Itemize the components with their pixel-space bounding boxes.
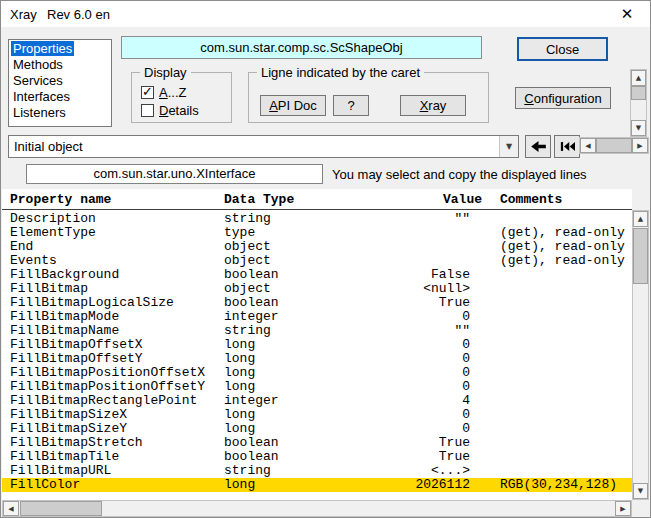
- cell-comments: RGB(30,234,128): [500, 478, 617, 492]
- table-row[interactable]: FillBitmapOffsetX long 0: [2, 338, 632, 352]
- api-doc-accel: A: [269, 98, 278, 113]
- cell-data-type: long: [224, 352, 255, 366]
- table-row[interactable]: ElementType type (get), read-only: [2, 226, 632, 240]
- list-scroll-down-icon[interactable]: ▼: [633, 483, 648, 499]
- scroll-down-icon[interactable]: ▼: [631, 120, 646, 136]
- list-scroll-up-icon[interactable]: ▲: [633, 211, 648, 227]
- skip-to-start-icon: [560, 141, 575, 152]
- cell-property-name: FillBitmapSizeY: [10, 422, 127, 436]
- window-close-icon[interactable]: ✕: [613, 3, 641, 25]
- table-row[interactable]: FillBitmapName string "": [2, 324, 632, 338]
- table-row[interactable]: FillBitmapStretch boolean True: [2, 436, 632, 450]
- help-button[interactable]: ?: [333, 95, 369, 116]
- cell-property-name: FillBitmapURL: [10, 464, 111, 478]
- cell-data-type: object: [224, 240, 271, 254]
- details-checkbox[interactable]: Details: [141, 103, 199, 118]
- table-row[interactable]: FillBitmapURL string <...>: [2, 464, 632, 478]
- az-checkbox-accel: A: [159, 85, 168, 100]
- cell-data-type: object: [224, 282, 271, 296]
- cell-value: 0: [332, 338, 470, 352]
- table-row[interactable]: FillBitmapSizeX long 0: [2, 408, 632, 422]
- cell-value: False: [332, 268, 470, 282]
- cell-comments: (get), read-only: [500, 240, 625, 254]
- table-row[interactable]: FillBitmapLogicalSize boolean True: [2, 296, 632, 310]
- category-listbox[interactable]: PropertiesMethodsServicesInterfacesListe…: [8, 39, 112, 127]
- chevron-down-icon[interactable]: ▼: [499, 136, 518, 157]
- table-row[interactable]: FillBitmapPositionOffsetY long 0: [2, 380, 632, 394]
- cell-property-name: Description: [10, 212, 96, 226]
- scroll-right-icon[interactable]: ▶: [632, 138, 648, 153]
- list-hscrollbar-thumb[interactable]: [20, 501, 102, 516]
- xray-dialog: Xray Rev 6.0 en ✕ PropertiesMethodsServi…: [0, 0, 651, 518]
- display-group: Display A...Z Details: [131, 72, 232, 123]
- cell-property-name: FillBitmapPositionOffsetY: [10, 380, 205, 394]
- cell-data-type: string: [224, 324, 271, 338]
- table-row[interactable]: FillBackground boolean False: [2, 268, 632, 282]
- list-vscrollbar-thumb[interactable]: [633, 228, 648, 284]
- configuration-button[interactable]: Configuration: [515, 87, 611, 109]
- cell-property-name: FillBitmapOffsetX: [10, 338, 143, 352]
- cell-property-name: ElementType: [10, 226, 96, 240]
- table-row[interactable]: FillColor long 2026112 RGB(30,234,128): [2, 478, 632, 492]
- cell-data-type: long: [224, 422, 255, 436]
- list-scroll-right-icon[interactable]: ▶: [615, 501, 631, 516]
- header-data-type: Data Type: [224, 192, 294, 207]
- listbox-item-interfaces[interactable]: Interfaces: [9, 89, 111, 105]
- az-checkbox[interactable]: A...Z: [141, 85, 186, 100]
- listbox-item-services[interactable]: Services: [9, 73, 111, 89]
- listbox-item-listeners[interactable]: Listeners: [9, 105, 111, 121]
- header-value: Value: [382, 192, 482, 207]
- table-header: Property name Data Type Value Comments: [2, 189, 632, 210]
- api-doc-button[interactable]: API Doc: [260, 95, 326, 116]
- cell-value: 4: [332, 394, 470, 408]
- cell-data-type: integer: [224, 394, 279, 408]
- table-row[interactable]: FillBitmap object <null>: [2, 282, 632, 296]
- cell-data-type: string: [224, 212, 271, 226]
- cell-data-type: object: [224, 254, 271, 268]
- cell-data-type: integer: [224, 310, 279, 324]
- table-row[interactable]: Events object (get), read-only: [2, 254, 632, 268]
- header-property-name: Property name: [10, 192, 111, 207]
- xray-accel: X: [420, 98, 429, 113]
- initial-object-combobox[interactable]: Initial object ▼: [8, 135, 519, 158]
- table-row[interactable]: Description string "": [2, 212, 632, 226]
- table-row[interactable]: End object (get), read-only: [2, 240, 632, 254]
- back-button[interactable]: [525, 135, 551, 158]
- cell-data-type: boolean: [224, 296, 279, 310]
- xray-button[interactable]: Xray: [400, 95, 466, 116]
- top-horizontal-scrollbar[interactable]: ◀ ▶: [579, 137, 649, 154]
- table-row[interactable]: FillBitmapPositionOffsetX long 0: [2, 366, 632, 380]
- cell-value: "": [332, 324, 470, 338]
- caret-group: Ligne indicated by the caret API Doc ? X…: [248, 72, 489, 123]
- close-button[interactable]: Close: [517, 37, 608, 61]
- table-row[interactable]: FillBitmapTile boolean True: [2, 450, 632, 464]
- cell-value: <...>: [332, 464, 470, 478]
- table-row[interactable]: FillBitmapOffsetY long 0: [2, 352, 632, 366]
- go-first-button[interactable]: [554, 135, 580, 158]
- object-name-field[interactable]: com.sun.star.comp.sc.ScShapeObj: [121, 36, 482, 59]
- interface-path-field[interactable]: com.sun.star.uno.XInterface: [26, 164, 323, 184]
- listbox-item-label: Methods: [11, 57, 65, 72]
- table-row[interactable]: FillBitmapRectanglePoint integer 4: [2, 394, 632, 408]
- listbox-item-methods[interactable]: Methods: [9, 57, 111, 73]
- table-row[interactable]: FillBitmapSizeY long 0: [2, 422, 632, 436]
- list-vertical-scrollbar[interactable]: ▲ ▼: [632, 210, 649, 500]
- api-doc-rest: PI Doc: [278, 98, 317, 113]
- cell-data-type: type: [224, 226, 255, 240]
- property-table: Property name Data Type Value Comments D…: [2, 189, 632, 500]
- api-doc-button-label: API Doc: [269, 98, 317, 113]
- cell-property-name: FillBitmapMode: [10, 310, 119, 324]
- scroll-left-icon[interactable]: ◀: [580, 138, 596, 153]
- cell-property-name: FillBitmapStretch: [10, 436, 143, 450]
- list-horizontal-scrollbar[interactable]: ◀ ▶: [2, 500, 632, 517]
- table-row[interactable]: FillBitmapMode integer 0: [2, 310, 632, 324]
- listbox-item-properties[interactable]: Properties: [9, 41, 111, 57]
- cell-property-name: FillBitmapPositionOffsetX: [10, 366, 205, 380]
- list-scroll-left-icon[interactable]: ◀: [3, 501, 19, 516]
- top-hscrollbar-thumb[interactable]: [596, 138, 632, 153]
- window-title: Xray: [10, 7, 37, 22]
- scroll-up-icon[interactable]: ▲: [631, 70, 646, 86]
- top-scrollbar-thumb[interactable]: [631, 86, 646, 100]
- top-vertical-scrollbar[interactable]: ▲ ▼: [630, 69, 647, 137]
- caret-group-title: Ligne indicated by the caret: [257, 65, 424, 80]
